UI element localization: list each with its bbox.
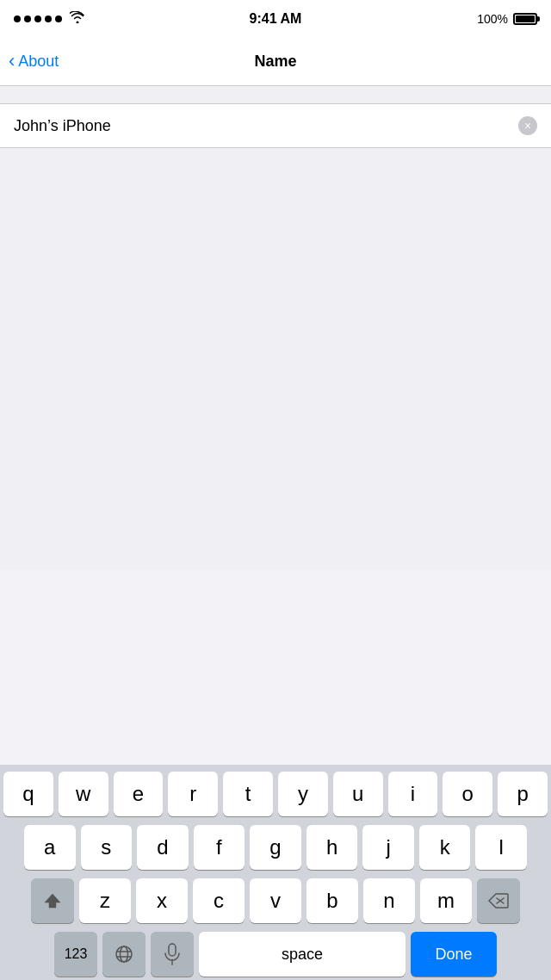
content-area [0, 148, 551, 570]
key-w[interactable]: w [59, 772, 108, 816]
signal-dot [55, 16, 62, 22]
key-d[interactable]: d [137, 825, 189, 870]
back-arrow-icon: ‹ [9, 50, 15, 72]
navigation-bar: ‹ About Name [0, 38, 551, 86]
back-label: About [18, 53, 59, 71]
key-l[interactable]: l [475, 825, 527, 870]
key-n[interactable]: n [363, 878, 415, 923]
key-a[interactable]: a [24, 825, 76, 870]
key-z[interactable]: z [79, 878, 131, 923]
key-r[interactable]: r [168, 772, 218, 816]
key-p[interactable]: p [498, 772, 548, 816]
signal-dot [34, 16, 41, 22]
microphone-key[interactable] [151, 932, 194, 977]
key-q[interactable]: q [3, 772, 53, 816]
key-c[interactable]: c [193, 878, 245, 923]
battery-icon [513, 13, 537, 25]
key-y[interactable]: y [278, 772, 328, 816]
status-bar: 9:41 AM 100% [0, 0, 551, 38]
keyboard-row-4: 123 space Done [3, 932, 548, 977]
page-title: Name [254, 53, 296, 71]
key-o[interactable]: o [443, 772, 492, 816]
key-t[interactable]: t [223, 772, 273, 816]
keyboard-row-1: q w e r t y u i o p [3, 772, 548, 816]
wifi-icon [70, 11, 85, 27]
key-s[interactable]: s [81, 825, 133, 870]
section-gap [0, 86, 551, 103]
battery-percentage: 100% [477, 12, 508, 26]
key-b[interactable]: b [306, 878, 358, 923]
key-u[interactable]: u [333, 772, 383, 816]
status-right: 100% [477, 12, 537, 26]
keyboard-row-2: a s d f g h j k l [3, 825, 548, 870]
key-e[interactable]: e [114, 772, 164, 816]
back-button[interactable]: ‹ About [9, 51, 59, 72]
signal-dots [14, 16, 62, 22]
key-x[interactable]: x [136, 878, 188, 923]
key-f[interactable]: f [194, 825, 245, 870]
keyboard: q w e r t y u i o p a s d f g h j k l z … [0, 765, 551, 980]
clear-button[interactable]: × [518, 116, 537, 135]
keyboard-row-3: z x c v b n m [3, 878, 548, 923]
numbers-key[interactable]: 123 [54, 932, 97, 977]
status-time: 9:41 AM [250, 11, 302, 27]
key-g[interactable]: g [250, 825, 301, 870]
key-k[interactable]: k [419, 825, 471, 870]
signal-dot [24, 16, 31, 22]
signal-dot [14, 16, 21, 22]
svg-point-3 [121, 946, 128, 962]
signal-dot [45, 16, 52, 22]
globe-key[interactable] [102, 932, 145, 977]
name-input[interactable] [14, 117, 518, 135]
done-key[interactable]: Done [411, 932, 497, 977]
key-v[interactable]: v [250, 878, 301, 923]
text-field-row: × [0, 103, 551, 148]
svg-rect-6 [169, 944, 176, 956]
svg-point-2 [116, 946, 132, 962]
backspace-key[interactable] [477, 878, 520, 923]
key-i[interactable]: i [388, 772, 438, 816]
shift-key[interactable] [31, 878, 74, 923]
status-left [14, 11, 85, 27]
key-h[interactable]: h [306, 825, 358, 870]
key-m[interactable]: m [420, 878, 472, 923]
key-j[interactable]: j [362, 825, 414, 870]
space-key[interactable]: space [199, 932, 406, 977]
